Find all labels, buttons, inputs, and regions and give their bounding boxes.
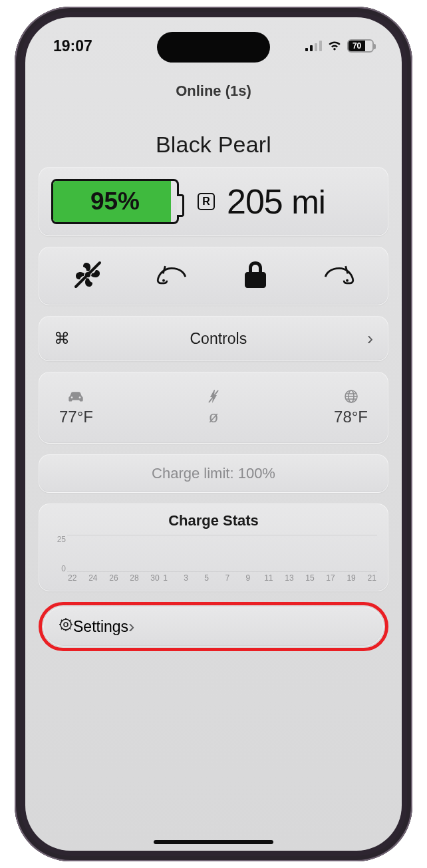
battery-icon: 70 <box>347 39 374 53</box>
chevron-right-icon: › <box>128 616 134 637</box>
charge-stats-title: Charge Stats <box>50 512 377 529</box>
settings-row[interactable]: Settings › <box>43 607 384 647</box>
controls-label: Controls <box>70 330 367 348</box>
inside-temp: 77°F <box>59 389 93 426</box>
range-unit: mi <box>291 184 325 221</box>
svg-point-1 <box>162 279 165 282</box>
svg-point-10 <box>64 623 68 627</box>
phone-frame: 19:07 70 Online (1s) Black Pearl <box>15 7 412 861</box>
status-time: 19:07 <box>53 37 92 55</box>
frunk-icon[interactable] <box>156 259 188 293</box>
status-bar: 19:07 70 <box>25 29 402 63</box>
charge-limit-value: 100% <box>238 465 275 482</box>
outside-temp: 78°F <box>334 389 368 426</box>
charge-stats-chart: 250 222426283013579111315171921 <box>50 535 377 584</box>
outside-temp-value: 78°F <box>334 408 368 426</box>
chevron-right-icon: › <box>367 328 373 349</box>
range-value: 205 mi <box>227 182 325 221</box>
gear-icon <box>59 617 73 636</box>
home-indicator[interactable] <box>154 840 273 844</box>
controls-row[interactable]: ⌘ Controls › <box>39 316 388 361</box>
charging-status: ø <box>208 389 219 426</box>
quick-actions-card <box>39 247 388 305</box>
rated-range-icon: R <box>198 193 215 210</box>
command-icon: ⌘ <box>54 329 70 348</box>
screen: 19:07 70 Online (1s) Black Pearl <box>25 17 402 851</box>
charge-limit-card[interactable]: Charge limit: 100% <box>39 454 388 493</box>
charge-limit-label: Charge limit: <box>152 465 233 482</box>
battery-card[interactable]: 95% R 205 mi <box>39 167 388 236</box>
battery-percent: 95% <box>90 188 140 216</box>
range-number: 205 <box>227 182 283 221</box>
trunk-icon[interactable] <box>323 259 355 293</box>
svg-point-2 <box>346 279 349 282</box>
cellular-icon <box>305 41 322 51</box>
settings-label: Settings <box>73 618 128 636</box>
connection-status: Online (1s) <box>39 82 388 100</box>
climate-fan-off-icon[interactable] <box>72 259 104 293</box>
wifi-icon <box>327 37 342 55</box>
no-charge-icon <box>208 389 219 404</box>
settings-highlight-ring: Settings › <box>39 602 388 651</box>
lock-icon[interactable] <box>239 259 271 293</box>
vehicle-name: Black Pearl <box>39 132 388 158</box>
battery-gauge: 95% <box>51 179 179 224</box>
temperature-card[interactable]: 77°F ø 78°F <box>39 372 388 444</box>
charging-value: ø <box>209 408 219 426</box>
battery-pct: 70 <box>349 41 365 51</box>
globe-icon <box>344 389 358 404</box>
inside-temp-value: 77°F <box>59 408 93 426</box>
car-icon <box>67 389 84 404</box>
charge-stats-card[interactable]: Charge Stats 250 22242628301357911131517… <box>39 504 388 591</box>
